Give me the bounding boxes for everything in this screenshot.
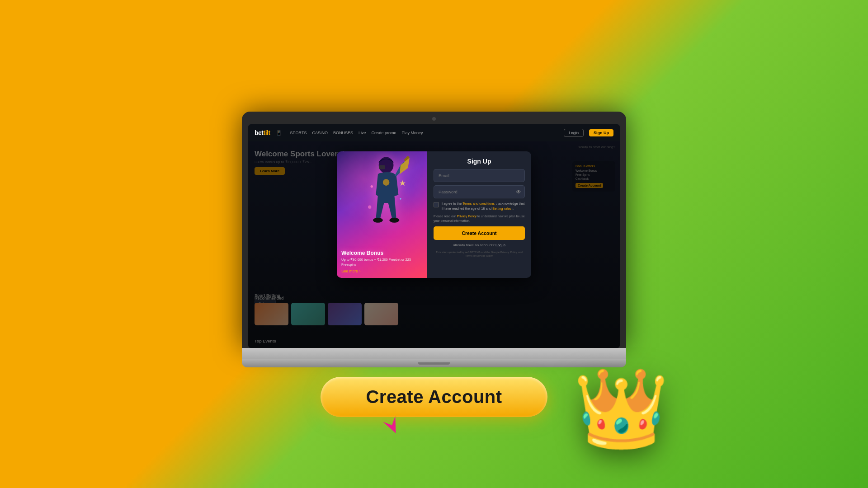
modal-title: Sign Up — [434, 158, 525, 165]
password-eye-icon[interactable]: 👁 — [516, 189, 521, 195]
nav-login-button[interactable]: Login — [564, 129, 584, 137]
create-account-button[interactable]: Create Account — [434, 226, 525, 240]
nav-signup-button[interactable]: Sign Up — [589, 129, 613, 136]
cricket-player-figure — [353, 154, 411, 244]
see-more-link[interactable]: See more › — [341, 269, 423, 273]
crown-icon: 👑 — [573, 370, 669, 446]
password-input[interactable] — [434, 185, 525, 198]
laptop-bottom — [242, 359, 626, 367]
website: bettilt 📱 SPORTS CASINO BONUSES Live Cre… — [248, 124, 620, 348]
laptop-base — [242, 348, 626, 359]
terms-text: I agree to the Terms and conditions ↓ ac… — [442, 202, 525, 211]
email-input-wrapper — [434, 169, 525, 182]
nav-link-play[interactable]: Play Money — [402, 131, 423, 135]
terms-checkbox[interactable] — [434, 202, 439, 207]
big-cta-container: Create Account — [276, 377, 592, 417]
see-more-chevron-icon: › — [359, 269, 361, 273]
email-input[interactable] — [434, 169, 525, 182]
pink-arrow-container — [364, 397, 400, 444]
privacy-text: Please read our Privacy Policy to unders… — [434, 214, 525, 223]
laptop-screen-bezel: bettilt 📱 SPORTS CASINO BONUSES Live Cre… — [242, 112, 626, 348]
nav-phone-icon: 📱 — [276, 130, 282, 136]
already-account-text: already have an account? Log in — [434, 243, 525, 247]
crown-container: 👑 — [573, 370, 669, 446]
svg-point-0 — [379, 157, 394, 173]
terms-link[interactable]: Terms and conditions — [462, 202, 495, 206]
password-input-wrapper: 👁 — [434, 185, 525, 198]
nav-logo: bettilt — [255, 129, 270, 136]
laptop-camera — [432, 117, 436, 121]
website-body: Welcome Sports Lovers! 330% Bonus up to … — [248, 141, 620, 348]
modal-bonus-content: Welcome Bonus Up to ₹80,000 bonus + ₹1,2… — [341, 250, 423, 273]
laptop-wrapper: bettilt 📱 SPORTS CASINO BONUSES Live Cre… — [242, 112, 626, 367]
terms-checkbox-row: I agree to the Terms and conditions ↓ ac… — [434, 202, 525, 211]
nav-link-bonuses[interactable]: BONUSES — [333, 131, 353, 135]
modal-bonus-description: Up to ₹80,000 bonus + ₹1,200 Freebet or … — [341, 258, 423, 267]
nav-link-sports[interactable]: SPORTS — [290, 131, 307, 135]
svg-point-5 — [371, 185, 373, 188]
svg-marker-8 — [400, 180, 406, 186]
betting-rules-link[interactable]: Betting rules — [492, 206, 511, 211]
recaptcha-text: This site is protected by reCAPTCHA and … — [434, 250, 525, 258]
login-link[interactable]: Log in — [495, 243, 505, 247]
modal-left-panel: Welcome Bonus Up to ₹80,000 bonus + ₹1,2… — [337, 151, 427, 278]
nav-link-live[interactable]: Live — [359, 131, 366, 135]
svg-point-2 — [373, 218, 383, 223]
see-more-label: See more — [341, 269, 358, 273]
svg-point-6 — [400, 198, 401, 200]
modal-right-panel: Sign Up 👁 — [427, 151, 531, 278]
nav-links: SPORTS CASINO BONUSES Live Create promo … — [290, 131, 423, 135]
svg-point-4 — [383, 179, 390, 186]
svg-point-3 — [389, 218, 399, 223]
svg-point-7 — [368, 206, 371, 209]
big-create-account-button[interactable]: Create Account — [321, 377, 547, 417]
modal-bonus-title: Welcome Bonus — [341, 250, 423, 256]
nav-link-casino[interactable]: CASINO — [312, 131, 328, 135]
navbar: bettilt 📱 SPORTS CASINO BONUSES Live Cre… — [248, 124, 620, 141]
privacy-policy-link[interactable]: Privacy Policy — [457, 215, 476, 218]
svg-rect-1 — [379, 165, 385, 169]
nav-link-promo[interactable]: Create promo — [372, 131, 396, 135]
signup-modal: Welcome Bonus Up to ₹80,000 bonus + ₹1,2… — [337, 151, 531, 278]
laptop-notch — [418, 362, 450, 365]
pink-arrow-icon — [364, 397, 400, 442]
laptop-screen: bettilt 📱 SPORTS CASINO BONUSES Live Cre… — [248, 124, 620, 348]
